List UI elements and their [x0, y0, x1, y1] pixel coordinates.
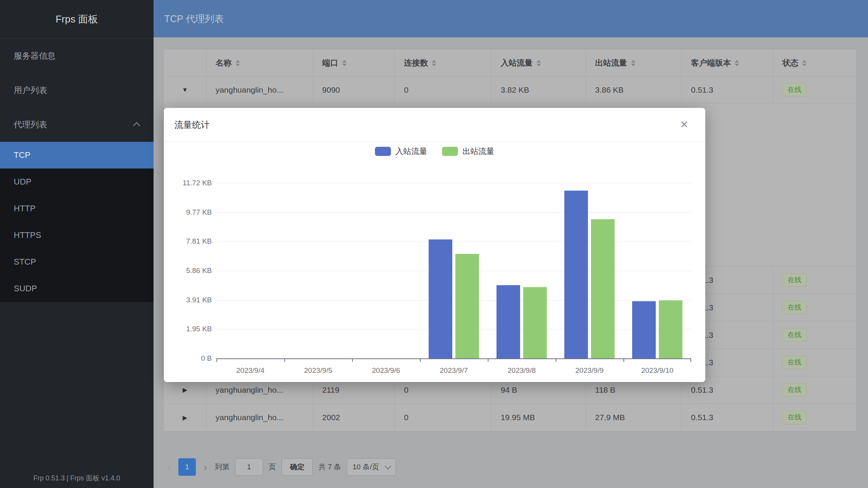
sort-ascending-icon — [802, 58, 807, 63]
page-header: TCP 代理列表 — [154, 0, 868, 37]
sidebar-subitem-http[interactable]: HTTP — [0, 195, 154, 222]
status-badge: 在线 — [782, 328, 807, 342]
sort-descending-icon — [536, 64, 541, 69]
confirm-button[interactable]: 确定 — [282, 458, 313, 476]
sidebar-item-user-list[interactable]: 用户列表 — [0, 73, 154, 108]
sort-ascending-icon — [342, 58, 347, 63]
sort-icons[interactable] — [735, 58, 739, 69]
sort-icons[interactable] — [432, 58, 436, 69]
chart-bar[interactable] — [523, 287, 547, 358]
x-axis-tick-label: 2023/9/5 — [286, 366, 351, 375]
axis-tick — [420, 358, 421, 362]
cell-name: yanghuanglin_ho... — [207, 77, 313, 103]
chart-bar[interactable] — [455, 254, 479, 358]
gridline — [216, 271, 691, 271]
cell-name: yanghuanglin_ho... — [207, 404, 313, 431]
sort-descending-icon — [735, 64, 739, 69]
sidebar-subitem-udp[interactable]: UDP — [0, 169, 154, 195]
column-header-label: 客户端版本 — [691, 58, 731, 68]
x-axis-tick-label: 2023/9/9 — [557, 366, 622, 375]
y-axis-tick-label: 0 B — [167, 354, 212, 363]
x-axis-tick-label: 2023/9/6 — [354, 366, 418, 375]
version-footer: Frp 0.51.3 | Frps 面板 v1.4.0 — [0, 474, 154, 483]
cell-status: 在线 — [773, 349, 856, 376]
legend-item-出站流量[interactable]: 出站流量 — [442, 146, 495, 157]
chart-bar[interactable] — [429, 239, 452, 358]
sort-ascending-icon — [536, 58, 541, 63]
chart-bar[interactable] — [659, 300, 682, 358]
modal-header: 流量统计 ✕ — [164, 108, 705, 142]
page-size-select[interactable]: 10 条/页 — [347, 458, 396, 476]
column-header-label: 出站流量 — [595, 58, 627, 68]
goto-label: 到第 — [215, 462, 229, 472]
expand-toggle-cell[interactable]: ▼ — [164, 77, 207, 103]
sort-icons[interactable] — [802, 58, 807, 69]
sort-icons[interactable] — [536, 58, 541, 69]
cell-status: 在线 — [773, 77, 856, 103]
sidebar-subitem-sudp[interactable]: SUDP — [0, 275, 154, 302]
proxy-type-submenu: TCPUDPHTTPHTTPSSTCPSUDP — [0, 142, 154, 302]
legend-label: 出站流量 — [463, 146, 495, 157]
x-axis-tick-label: 2023/9/8 — [489, 366, 554, 375]
x-axis-tick-label: 2023/9/10 — [625, 366, 690, 375]
chart-bar[interactable] — [496, 285, 520, 358]
cell-connections: 0 — [395, 404, 492, 431]
sidebar: Frps 面板 服务器信息 用户列表 代理列表 TCPUDPHTTPHTTPSS… — [0, 0, 154, 488]
table-row: ▼yanghuanglin_ho...909003.82 KB3.86 KB0.… — [164, 77, 856, 103]
sidebar-item-proxy-list[interactable]: 代理列表 — [0, 108, 154, 142]
sort-icons[interactable] — [342, 58, 347, 69]
prev-page-button[interactable]: ‹ — [165, 459, 173, 475]
column-header-label: 名称 — [216, 58, 232, 68]
cell-connections: 0 — [395, 77, 492, 103]
expand-column-header — [164, 50, 207, 76]
close-icon[interactable]: ✕ — [680, 120, 689, 130]
column-header-6: 客户端版本 — [682, 50, 773, 76]
sidebar-subitem-stcp[interactable]: STCP — [0, 249, 154, 275]
page-number-button[interactable]: 1 — [178, 458, 196, 476]
chevron-down-icon — [385, 463, 391, 469]
cell-client_version: 0.51.3 — [682, 77, 773, 103]
expand-row-icon[interactable]: ▶ — [183, 414, 187, 421]
cell-status: 在线 — [773, 294, 856, 321]
sort-descending-icon — [631, 64, 636, 69]
status-badge: 在线 — [782, 356, 807, 369]
expand-row-icon[interactable]: ▶ — [183, 386, 187, 393]
sidebar-item-label: 代理列表 — [14, 119, 47, 130]
column-header-2: 端口 — [313, 50, 395, 76]
sidebar-item-label: 服务器信息 — [14, 50, 56, 62]
sidebar-subitem-https[interactable]: HTTPS — [0, 222, 154, 249]
status-badge: 在线 — [782, 411, 807, 424]
x-axis-tick-label: 2023/9/7 — [421, 366, 486, 375]
y-axis-tick-label: 9.77 KB — [167, 208, 212, 217]
chevron-up-icon — [133, 122, 140, 129]
column-header-label: 入站流量 — [501, 58, 533, 68]
column-header-label: 连接数 — [404, 58, 428, 68]
sidebar-item-server-info[interactable]: 服务器信息 — [0, 39, 154, 73]
expand-toggle-cell[interactable]: ▶ — [164, 404, 207, 431]
status-badge: 在线 — [782, 83, 807, 96]
axis-tick — [488, 358, 488, 362]
status-badge: 在线 — [782, 301, 807, 314]
sort-icons[interactable] — [235, 58, 240, 69]
sidebar-item-label: 用户列表 — [14, 85, 47, 96]
axis-tick — [690, 358, 691, 362]
chart-bar[interactable] — [564, 191, 588, 358]
collapse-row-icon[interactable]: ▼ — [182, 87, 188, 93]
total-count-label: 共 7 条 — [319, 462, 341, 472]
traffic-stats-modal: 流量统计 ✕ 入站流量出站流量 11.72 KB9.77 KB7.81 KB5.… — [164, 108, 705, 382]
chart-bar[interactable] — [632, 301, 656, 358]
sort-icons[interactable] — [631, 58, 636, 69]
chart-bar[interactable] — [591, 219, 615, 358]
y-axis-tick-label: 5.86 KB — [167, 266, 212, 275]
cell-traffic_in: 3.82 KB — [492, 77, 586, 103]
pagination: ‹ 1 › 到第 1 页 确定 共 7 条 10 条/页 — [165, 458, 396, 476]
traffic-bar-chart — [216, 183, 691, 359]
goto-page-input[interactable]: 1 — [235, 458, 263, 476]
status-badge: 在线 — [782, 383, 807, 396]
sort-descending-icon — [342, 64, 347, 69]
legend-item-入站流量[interactable]: 入站流量 — [375, 146, 428, 157]
sidebar-subitem-tcp[interactable]: TCP — [0, 142, 154, 169]
cell-status: 在线 — [773, 404, 856, 431]
next-page-button[interactable]: › — [202, 459, 209, 475]
column-header-7: 状态 — [773, 50, 856, 76]
